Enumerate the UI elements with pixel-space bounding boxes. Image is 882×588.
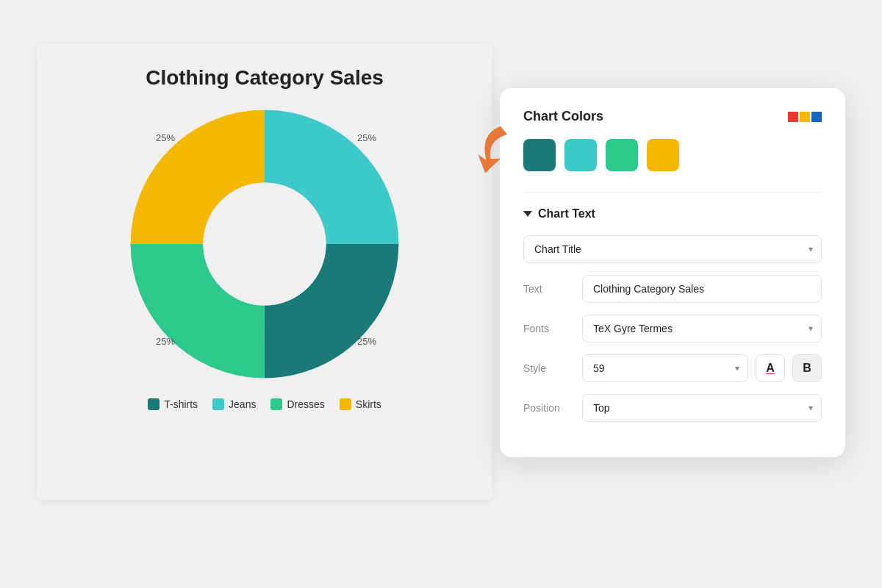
swatch-yellow[interactable]: [647, 139, 679, 171]
panel-header: Chart Colors: [523, 109, 822, 124]
bold-icon: B: [803, 362, 811, 375]
text-input[interactable]: [582, 275, 822, 303]
corner-sq-yellow: [800, 112, 810, 122]
legend-tshirts: T-shirts: [148, 398, 198, 410]
chart-text-header: Chart Text: [523, 207, 822, 220]
chart-title-select-wrapper: Chart Title ▾: [523, 235, 822, 263]
collapse-icon[interactable]: [523, 211, 532, 217]
chart-title-select[interactable]: Chart Title: [523, 235, 822, 263]
position-select-wrapper: Top Bottom Left Right ▾: [582, 394, 822, 422]
fonts-label: Fonts: [523, 323, 582, 334]
fonts-select-wrapper: TeX Gyre Termes ▾: [582, 315, 822, 343]
divider: [523, 192, 822, 193]
style-label: Style: [523, 362, 582, 374]
pct-bottom-right: 25%: [357, 336, 376, 347]
position-label: Position: [523, 402, 582, 414]
fonts-select[interactable]: TeX Gyre Termes: [582, 315, 822, 343]
style-row: Style 59 ▾ A B: [523, 354, 822, 382]
pct-top-right: 25%: [357, 132, 376, 143]
underline-icon: A: [766, 362, 775, 375]
underline-button[interactable]: A: [756, 354, 785, 382]
pct-top-left: 25%: [156, 132, 175, 143]
legend-dot-dresses: [270, 398, 282, 410]
fonts-row: Fonts TeX Gyre Termes ▾: [523, 315, 822, 343]
section-label: Chart Text: [538, 207, 595, 220]
corner-sq-blue: [811, 112, 822, 122]
legend-label-tshirts: T-shirts: [164, 398, 198, 410]
legend-dot-tshirts: [148, 398, 159, 410]
style-select-wrapper: 59 ▾: [582, 354, 748, 382]
color-swatches: [523, 139, 822, 171]
chart-title-row: Chart Title ▾: [523, 235, 822, 263]
position-row: Position Top Bottom Left Right ▾: [523, 394, 822, 422]
legend-jeans: Jeans: [212, 398, 256, 410]
chart-card: Clothing Category Sales 25% 25% 25% 25%: [37, 44, 492, 500]
settings-panel: Chart Colors Chart Text Chart Title: [500, 88, 845, 457]
chart-title: Clothing Category Sales: [146, 66, 384, 90]
legend-dot-skirts: [340, 398, 351, 410]
legend-dot-jeans: [212, 398, 224, 410]
style-size-select[interactable]: 59: [582, 354, 748, 382]
colors-title: Chart Colors: [523, 109, 603, 124]
pct-bottom-left: 25%: [156, 336, 175, 347]
donut-chart: 25% 25% 25% 25%: [125, 104, 404, 384]
legend-label-jeans: Jeans: [229, 398, 256, 410]
corner-color-squares: [788, 112, 822, 122]
text-row: Text: [523, 275, 822, 303]
bold-button[interactable]: B: [792, 354, 822, 382]
text-label: Text: [523, 283, 582, 295]
corner-sq-red: [788, 112, 798, 122]
swatch-green[interactable]: [606, 139, 638, 171]
swatch-teal-light[interactable]: [564, 139, 597, 171]
legend-label-skirts: Skirts: [356, 398, 381, 410]
donut-hole: [203, 182, 326, 305]
position-select[interactable]: Top Bottom Left Right: [582, 394, 822, 422]
legend-label-dresses: Dresses: [287, 398, 324, 410]
legend-skirts: Skirts: [340, 398, 381, 410]
chart-legend: T-shirts Jeans Dresses Skirts: [148, 398, 381, 410]
legend-dresses: Dresses: [270, 398, 324, 410]
style-controls: 59 ▾ A B: [582, 354, 822, 382]
scene: Clothing Category Sales 25% 25% 25% 25%: [37, 29, 845, 559]
